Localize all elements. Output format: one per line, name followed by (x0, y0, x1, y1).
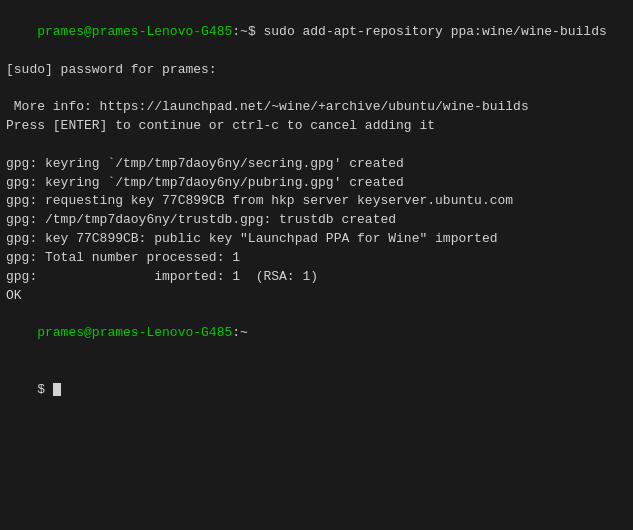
dollar-sign: $ (37, 382, 53, 397)
line-prompt-2: prames@prames-Lenovo-G485:~ (6, 306, 627, 363)
line-gpg-3: gpg: requesting key 77C899CB from hkp se… (6, 192, 627, 211)
line-gpg-4: gpg: /tmp/tmp7daoy6ny/trustdb.gpg: trust… (6, 211, 627, 230)
line-4: Press [ENTER] to continue or ctrl-c to c… (6, 117, 627, 136)
line-blank-2 (6, 136, 627, 155)
line-gpg-6: gpg: Total number processed: 1 (6, 249, 627, 268)
line-gpg-7: gpg: imported: 1 (RSA: 1) (6, 268, 627, 287)
prompt-2: prames@prames-Lenovo-G485 (37, 325, 232, 340)
prompt-suffix-2: :~ (232, 325, 248, 340)
line-1: prames@prames-Lenovo-G485:~$ sudo add-ap… (6, 4, 627, 61)
line-gpg-2: gpg: keyring `/tmp/tmp7daoy6ny/pubring.g… (6, 174, 627, 193)
line-cursor: $ (6, 362, 627, 419)
line-gpg-5: gpg: key 77C899CB: public key "Launchpad… (6, 230, 627, 249)
line-2: [sudo] password for prames: (6, 61, 627, 80)
cmd-1: $ sudo add-apt-repository ppa:wine/wine-… (248, 24, 607, 39)
line-3: More info: https://launchpad.net/~wine/+… (6, 98, 627, 117)
terminal-cursor (53, 383, 61, 396)
line-blank-1 (6, 79, 627, 98)
line-ok: OK (6, 287, 627, 306)
prompt-suffix-1: :~ (232, 24, 248, 39)
line-gpg-1: gpg: keyring `/tmp/tmp7daoy6ny/secring.g… (6, 155, 627, 174)
terminal-window[interactable]: prames@prames-Lenovo-G485:~$ sudo add-ap… (0, 0, 633, 530)
prompt-1: prames@prames-Lenovo-G485 (37, 24, 232, 39)
